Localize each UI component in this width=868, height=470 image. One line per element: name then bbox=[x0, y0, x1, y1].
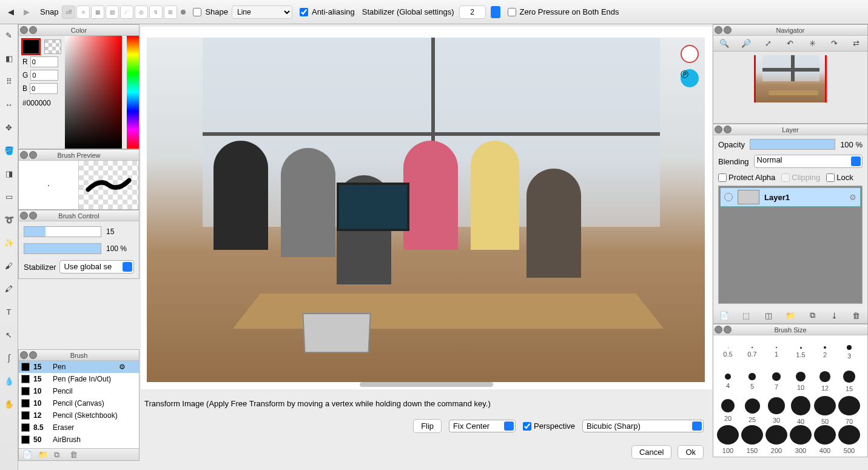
blend-select[interactable]: Normal bbox=[754, 155, 863, 168]
brush-size-cell[interactable]: 15 bbox=[837, 367, 861, 396]
brush-size-cell[interactable]: 12 bbox=[813, 367, 837, 396]
rotate-right-icon[interactable]: ↷ bbox=[829, 38, 841, 50]
lock-checkbox[interactable] bbox=[826, 173, 835, 182]
brush-size-cell[interactable]: 100 bbox=[716, 425, 740, 454]
brush-tool-icon[interactable]: 🖌 bbox=[3, 260, 15, 272]
close-icon[interactable] bbox=[715, 326, 722, 334]
bucket-tool-icon[interactable]: 🪣 bbox=[3, 144, 15, 156]
brush2-tool-icon[interactable]: 🖍 bbox=[3, 283, 15, 295]
close-icon[interactable] bbox=[20, 151, 28, 159]
wand-tool-icon[interactable]: ✨ bbox=[3, 237, 15, 249]
canvas-image[interactable]: Ⓟ bbox=[147, 38, 705, 382]
zeropress-checkbox[interactable] bbox=[508, 8, 516, 16]
shape-select[interactable]: Line bbox=[232, 5, 292, 19]
brush-size-cell[interactable]: 20 bbox=[716, 396, 740, 425]
menu-icon[interactable] bbox=[724, 26, 732, 34]
ok-button[interactable]: Ok bbox=[678, 445, 704, 459]
menu-icon[interactable] bbox=[29, 26, 37, 34]
brush-size-cell[interactable]: 1 bbox=[764, 338, 789, 367]
layer-opacity-slider[interactable] bbox=[750, 139, 835, 150]
redo-icon[interactable]: ▶ bbox=[21, 7, 33, 18]
snap-grid-icon[interactable]: ▦ bbox=[91, 5, 104, 19]
brush-size-cell[interactable]: 25 bbox=[740, 396, 764, 425]
brush-size-cell[interactable]: 0.5 bbox=[716, 338, 740, 367]
duplicate-layer-icon[interactable]: ⧉ bbox=[806, 309, 818, 321]
zoom-in-icon[interactable]: 🔍 bbox=[718, 38, 730, 50]
i8-layer-icon[interactable]: ⬚ bbox=[740, 309, 752, 321]
new-layer-icon[interactable]: 📄 bbox=[718, 309, 730, 321]
trash-icon[interactable]: 🗑 bbox=[70, 450, 79, 460]
trash-icon[interactable]: 🗑 bbox=[850, 309, 863, 321]
move-tool-icon[interactable]: ↔ bbox=[3, 98, 15, 110]
stabilizer-stepper-icon[interactable] bbox=[491, 6, 500, 18]
gradient-tool-icon[interactable]: ◨ bbox=[3, 167, 15, 180]
brush-size-cell[interactable]: 30 bbox=[764, 396, 789, 425]
snap-ruler-icon[interactable]: ⊞ bbox=[164, 5, 177, 19]
antialias-checkbox[interactable] bbox=[300, 8, 308, 16]
color-picker-area[interactable] bbox=[65, 36, 139, 149]
menu-icon[interactable] bbox=[29, 351, 37, 359]
text-tool-icon[interactable]: T bbox=[3, 306, 15, 318]
layer-item[interactable]: Layer1 ⚙ bbox=[720, 187, 861, 207]
eyedrop-tool-icon[interactable]: 💧 bbox=[3, 375, 15, 387]
snap-vanish-icon[interactable]: ☄ bbox=[120, 5, 133, 19]
folder-icon[interactable]: 📁 bbox=[784, 309, 796, 321]
select-rect-tool-icon[interactable]: ▭ bbox=[3, 190, 15, 203]
close-icon[interactable] bbox=[715, 126, 722, 133]
snap-hatch-icon[interactable]: ▨ bbox=[106, 5, 119, 19]
brush-size-cell[interactable]: 400 bbox=[813, 425, 837, 454]
flip-h-icon[interactable]: ⇄ bbox=[850, 38, 863, 50]
brush-size-cell[interactable]: 40 bbox=[789, 396, 813, 425]
zoom-out-icon[interactable]: 🔎 bbox=[740, 38, 752, 50]
merge-icon[interactable]: ⤓ bbox=[829, 309, 841, 321]
g-input[interactable] bbox=[30, 70, 58, 81]
brush-size-cell[interactable]: 10 bbox=[789, 367, 813, 396]
close-icon[interactable] bbox=[20, 212, 28, 220]
snap-parallel-icon[interactable]: ≡ bbox=[76, 5, 90, 19]
brush-list[interactable]: 15Pen⚙15Pen (Fade In/Out)10Pencil10Penci… bbox=[19, 361, 139, 448]
snap-off-icon[interactable]: off bbox=[62, 5, 75, 19]
protect-alpha-checkbox[interactable] bbox=[718, 173, 727, 182]
navigator-thumbnail[interactable] bbox=[754, 55, 827, 102]
smudge-tool-icon[interactable]: ʃ bbox=[3, 352, 15, 364]
interpolation-select[interactable]: Bicubic (Sharp) bbox=[582, 420, 704, 432]
cancel-button[interactable]: Cancel bbox=[631, 445, 671, 459]
close-icon[interactable] bbox=[20, 26, 28, 34]
background-swatch[interactable] bbox=[44, 39, 61, 54]
brush-row[interactable]: 10Pencil bbox=[19, 385, 139, 397]
dots-tool-icon[interactable]: ⠿ bbox=[3, 75, 15, 87]
new-brush-icon[interactable]: 📄 bbox=[22, 450, 32, 460]
brush-size-cell[interactable]: 70 bbox=[837, 396, 861, 425]
visibility-icon[interactable] bbox=[724, 193, 733, 201]
brush-size-cell[interactable]: 200 bbox=[764, 425, 789, 454]
shape-checkbox[interactable] bbox=[193, 8, 201, 16]
gear-icon[interactable]: ⚙ bbox=[119, 363, 126, 371]
opacity-slider[interactable] bbox=[24, 243, 101, 254]
layer-list[interactable]: Layer1 ⚙ bbox=[718, 186, 863, 304]
b-input[interactable] bbox=[30, 83, 58, 94]
pen-tool-icon[interactable]: ✎ bbox=[3, 29, 15, 41]
foreground-swatch[interactable] bbox=[22, 39, 39, 54]
brush-size-cell[interactable]: 300 bbox=[789, 425, 813, 454]
brush-size-cell[interactable]: 150 bbox=[740, 425, 764, 454]
brush-size-cell[interactable]: 4 bbox=[716, 367, 740, 396]
hand-tool-icon[interactable]: ✋ bbox=[3, 398, 15, 410]
stabilizer-input[interactable] bbox=[459, 5, 486, 19]
menu-icon[interactable] bbox=[724, 126, 732, 133]
fix-center-select[interactable]: Fix Center bbox=[449, 420, 516, 432]
snap-curve-icon[interactable]: ↯ bbox=[149, 5, 163, 19]
snap-radial-icon[interactable]: ◎ bbox=[135, 5, 148, 19]
canvas-area[interactable]: Ⓟ bbox=[141, 27, 712, 389]
eraser-tool-icon[interactable]: ◧ bbox=[3, 52, 15, 64]
brush-size-cell[interactable]: 1.5 bbox=[789, 338, 813, 367]
size-slider[interactable] bbox=[24, 226, 101, 237]
brush-row[interactable]: 50AirBrush bbox=[19, 434, 139, 446]
brush-size-cell[interactable]: 5 bbox=[740, 367, 764, 396]
brush-size-cell[interactable]: 3 bbox=[837, 338, 861, 367]
canvas-scrollbar[interactable] bbox=[360, 382, 493, 387]
perspective-checkbox[interactable] bbox=[523, 422, 531, 431]
brush-row[interactable]: 8.5Eraser bbox=[19, 421, 139, 434]
brush-row[interactable]: 10Pencil (Canvas) bbox=[19, 397, 139, 409]
lasso-tool-icon[interactable]: ➰ bbox=[3, 213, 15, 226]
hue-slider[interactable] bbox=[127, 36, 139, 149]
